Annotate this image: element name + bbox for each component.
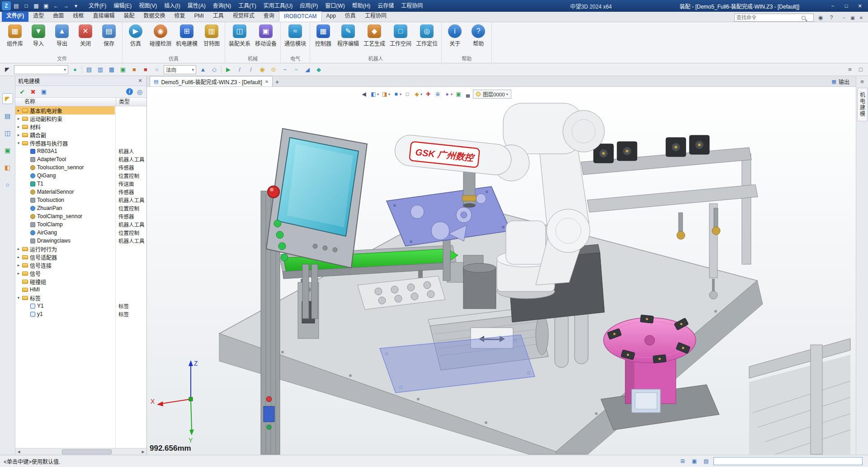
command-input[interactable] (713, 457, 863, 465)
workspace-button[interactable]: □ 工作空间 (388, 24, 413, 48)
command-search[interactable] (734, 14, 814, 22)
new-file-icon[interactable]: ▤ (12, 1, 21, 10)
menu-tools[interactable]: 工具(T) (235, 0, 259, 12)
communication-module-button[interactable]: ≈ 通信模块 (283, 24, 308, 48)
tree-row[interactable]: ▸ 信号连接 (15, 261, 146, 269)
constraint-icon[interactable]: ◫ (2, 128, 13, 138)
tree-row[interactable]: Drawingclaws 机器人工具 (15, 237, 146, 245)
manager-tree-icon[interactable]: ▤ (2, 110, 13, 121)
tree-row[interactable]: AirGang 位置控制 (15, 229, 146, 237)
command-search-input[interactable] (736, 15, 800, 20)
scrollbar-thumb[interactable] (62, 449, 112, 454)
mechatronics-modeling-button[interactable]: ⊞ 机电建模 (174, 24, 199, 48)
chevron-down-icon[interactable]: ▾ (451, 92, 453, 96)
tree-row[interactable]: T1 传送面 (15, 180, 146, 188)
tab-app[interactable]: App (322, 11, 340, 22)
column-header-name[interactable]: 名称 (15, 98, 116, 106)
monitor-icon[interactable]: ▣ (454, 90, 463, 99)
tree-row[interactable]: ▸ 材料 (15, 123, 146, 131)
tab-collaboration[interactable]: 工程协同 (360, 11, 391, 22)
tree-row[interactable]: QiGang 位置控制 (15, 172, 146, 180)
expander-icon[interactable]: ▸ (15, 133, 22, 137)
direction-flip-icon[interactable]: ▲ (198, 65, 208, 74)
tree-row[interactable]: ▸ 信号适配器 (15, 253, 146, 261)
pattern-icon[interactable]: ▦ (107, 65, 116, 74)
collision-detect-button[interactable]: ◉ 碰撞检测 (148, 24, 173, 48)
wireframe-cube-icon[interactable]: □ (403, 90, 412, 99)
chevron-down-icon[interactable]: ▾ (420, 92, 422, 96)
column-header-type[interactable]: 类型 (116, 98, 146, 106)
expander-icon[interactable]: ▸ (15, 263, 22, 267)
tree-row[interactable]: Toolsuction 机器人工具 (15, 196, 146, 204)
tree-row[interactable]: Y1 标签 (15, 302, 146, 310)
expander-icon[interactable]: ▸ (15, 271, 22, 276)
save-icon[interactable]: ▦ (32, 1, 41, 10)
help-button[interactable]: ? 帮助 (467, 24, 490, 48)
tree-row[interactable]: ▾ 传感器与执行器 (15, 139, 146, 147)
menu-cloud-storage[interactable]: 云存储 (374, 0, 397, 12)
scrollbar-track[interactable] (22, 449, 140, 454)
menu-attributes[interactable]: 属性(A) (184, 0, 209, 12)
two-point-icon[interactable]: ◆ (314, 65, 323, 74)
output-panel-tab[interactable]: ▦ 输出 (828, 76, 853, 86)
save-button[interactable]: ▤ 保存 (98, 24, 120, 48)
simulate-button[interactable]: ▶ 仿真 (124, 24, 147, 48)
menu-window[interactable]: 窗口(W) (321, 0, 348, 12)
expander-icon[interactable]: ▾ (15, 141, 22, 145)
doc-minimize-button[interactable]: − (840, 14, 848, 22)
display-mode-button[interactable]: ▣ (690, 457, 699, 466)
refresh-icon[interactable]: ○ (152, 65, 161, 74)
info-icon[interactable]: i (126, 88, 133, 95)
search-model-icon[interactable]: ○ (2, 179, 13, 190)
cancel-button[interactable]: ✖ (29, 88, 37, 96)
chevron-down-icon[interactable]: ▾ (377, 92, 379, 96)
about-button[interactable]: i 关于 (443, 24, 466, 48)
tree-row[interactable]: ZhuanPan 位置控制 (15, 204, 146, 212)
menu-applications[interactable]: 应用(P) (296, 0, 321, 12)
confirm-button[interactable]: ✔ (18, 88, 26, 96)
doc-restore-button[interactable]: ▣ (849, 14, 857, 22)
view-manager-icon[interactable]: ◧ (2, 162, 13, 173)
customize-quick-access-icon[interactable]: ▾ (71, 1, 80, 10)
tab-irobotcam[interactable]: IROBOTCAM (279, 11, 322, 22)
program-edit-button[interactable]: ✎ 程序编辑 (335, 24, 361, 48)
tab-inquire[interactable]: 查询 (259, 11, 279, 22)
tree-row[interactable]: ToolClamp_sennor 传感器 (15, 212, 146, 220)
pick-all-icon[interactable]: ● (71, 65, 80, 74)
tab-assembly[interactable]: 装配 (119, 11, 139, 22)
menu-edit[interactable]: 编辑(E) (110, 0, 135, 12)
tab-surface[interactable]: 曲面 (48, 11, 68, 22)
right-panel-tab-mechatronics[interactable]: 机电建模 (857, 88, 868, 121)
app-logo[interactable]: Z (2, 1, 11, 10)
tree-row[interactable]: MaterialSennor 传感器 (15, 188, 146, 196)
layer-visibility-icon[interactable] (476, 92, 481, 96)
axis-triad-icon[interactable]: ✚ (424, 90, 433, 99)
mobile-device-button[interactable]: ▣ 移动设备 (253, 24, 278, 48)
menu-inquire[interactable]: 查询(N) (209, 0, 235, 12)
render-mode-icon[interactable]: ● (443, 90, 452, 99)
panel-horizontal-scrollbar[interactable]: ◀ ▶ (15, 448, 146, 455)
settings-gear-icon[interactable]: ◉ (816, 14, 825, 22)
tree-row[interactable]: ToolClamp 机器人工具 (15, 220, 146, 229)
new-tab-button[interactable]: + (273, 77, 282, 86)
expander-icon[interactable]: ▸ (15, 108, 22, 113)
close-window-button[interactable]: ✕ (854, 1, 866, 10)
tab-repair[interactable]: 修复 (170, 11, 189, 22)
circle-radius-icon[interactable]: ⊙ (269, 65, 278, 74)
component-library-button[interactable]: ▦ 组件库 (4, 24, 26, 48)
tab-simulation[interactable]: 仿真 (340, 11, 360, 22)
tree-row[interactable]: RB03A1 机器人 (15, 147, 146, 155)
close-button[interactable]: ✕ 关闭 (74, 24, 97, 48)
document-tab[interactable]: ▤ Demo5_Full6-装配完成-WIN.Z3 - [Default] ✕ (150, 76, 273, 86)
assembly-relation-button[interactable]: ◫ 装配关系 (227, 24, 252, 48)
tab-data-exchange[interactable]: 数据交换 (139, 11, 170, 22)
controller-button[interactable]: ▦ 控制器 (312, 24, 335, 48)
spline-icon[interactable]: ~ (280, 65, 289, 74)
3d-scene[interactable]: GSK 广州数控 (147, 87, 856, 455)
process-generate-button[interactable]: ◆ 工艺生成 (362, 24, 387, 48)
polyline-tool-icon[interactable]: / (246, 65, 255, 74)
tab-tools[interactable]: 工具 (208, 11, 228, 22)
image-icon[interactable]: ■ (130, 65, 139, 74)
record-play-icon[interactable]: ▶ (224, 65, 233, 74)
expander-icon[interactable]: ▸ (15, 124, 22, 129)
